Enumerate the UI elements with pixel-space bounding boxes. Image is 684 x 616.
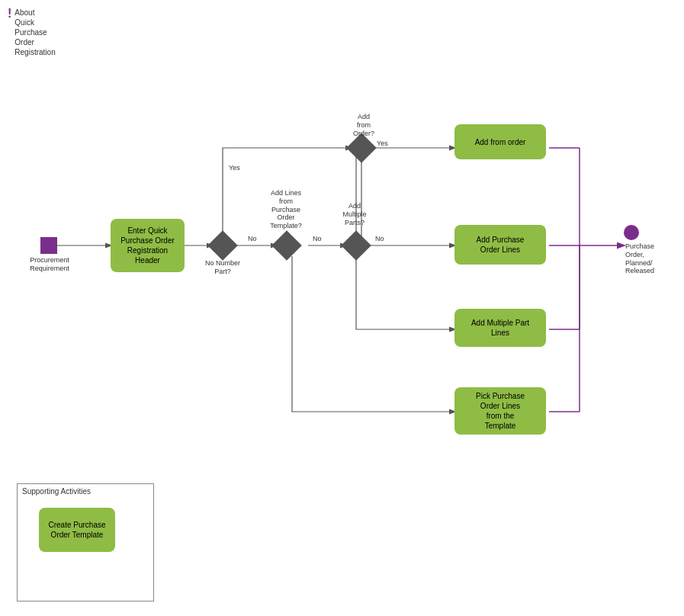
gateway-add-from-order-label: AddfromOrder? bbox=[341, 113, 387, 137]
add-po-lines-box[interactable]: Add PurchaseOrder Lines bbox=[454, 225, 546, 265]
header-area: ! AboutQuickPurchaseOrderRegistration bbox=[8, 8, 56, 57]
supporting-activities-title: Supporting Activities bbox=[18, 484, 153, 499]
add-multiple-part-lines-box[interactable]: Add Multiple PartLines bbox=[454, 309, 546, 347]
flow-no3: No bbox=[375, 235, 384, 243]
gateway-no-number-part bbox=[207, 230, 238, 261]
gateway-add-lines-template bbox=[271, 230, 302, 261]
flow-no2: No bbox=[313, 235, 322, 243]
about-icon: ! bbox=[8, 8, 11, 20]
gateway-no-number-part-label: No NumberPart? bbox=[198, 259, 247, 276]
add-from-order-box[interactable]: Add from order bbox=[454, 124, 546, 159]
procurement-requirement-label: ProcurementRequirement bbox=[23, 256, 76, 273]
purchase-order-result-label: PurchaseOrder,Planned/Released bbox=[625, 242, 679, 275]
diagram-container: ! AboutQuickPurchaseOrderRegistration bbox=[0, 0, 684, 616]
flow-no1: No bbox=[248, 235, 257, 243]
gateway-add-multiple-parts-label: AddMultipleParts? bbox=[332, 202, 377, 226]
supporting-activities-box: Supporting Activities Create PurchaseOrd… bbox=[17, 483, 154, 602]
flow-yes2: Yes bbox=[377, 140, 388, 148]
end-event bbox=[624, 225, 639, 240]
header-text: AboutQuickPurchaseOrderRegistration bbox=[14, 8, 55, 57]
enter-header-box[interactable]: Enter QuickPurchase OrderRegistrationHea… bbox=[111, 219, 185, 272]
flow-yes1: Yes bbox=[229, 164, 240, 172]
gateway-add-lines-template-label: Add LinesfromPurchaseOrderTemplate? bbox=[259, 189, 313, 230]
create-po-template-box[interactable]: Create PurchaseOrder Template bbox=[39, 508, 115, 552]
pick-po-lines-box[interactable]: Pick PurchaseOrder Linesfrom theTemplate bbox=[454, 387, 546, 435]
start-event bbox=[40, 237, 57, 254]
gateway-add-multiple-parts bbox=[341, 230, 371, 261]
